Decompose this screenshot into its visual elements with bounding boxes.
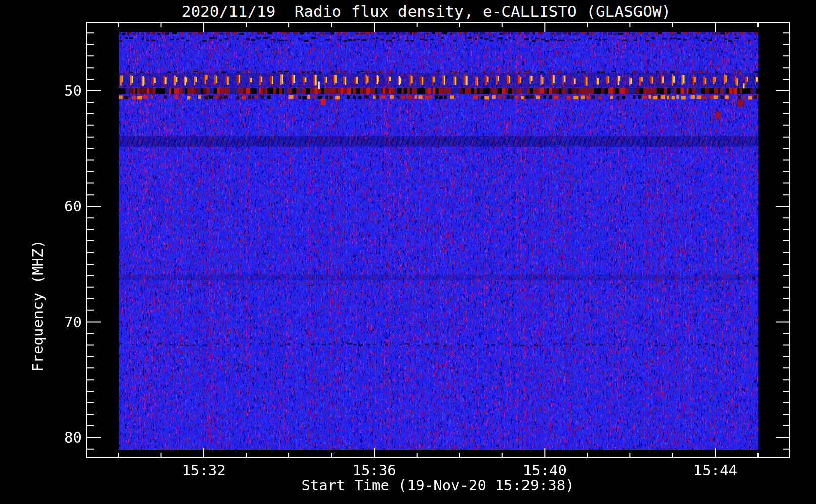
axis-ticks <box>87 22 790 458</box>
y-tick-label: 80 <box>18 429 82 446</box>
y-tick-label: 50 <box>18 82 82 99</box>
y-tick-label: 60 <box>18 198 82 215</box>
x-tick-label: 15:32 <box>161 462 247 479</box>
axes-frame <box>0 0 816 504</box>
x-tick-label: 15:40 <box>502 462 588 479</box>
x-axis-title: Start Time (19-Nov-20 15:29:38) <box>85 477 791 494</box>
y-tick-label: 70 <box>18 313 82 331</box>
y-axis-title-text: Frequency (MHZ) <box>29 240 46 372</box>
x-tick-label: 15:36 <box>331 462 417 479</box>
x-tick-label: 15:44 <box>672 462 758 479</box>
plot-frame <box>87 22 790 458</box>
spectrogram-page: 2020/11/19 Radio flux density, e-CALLIST… <box>0 0 816 504</box>
